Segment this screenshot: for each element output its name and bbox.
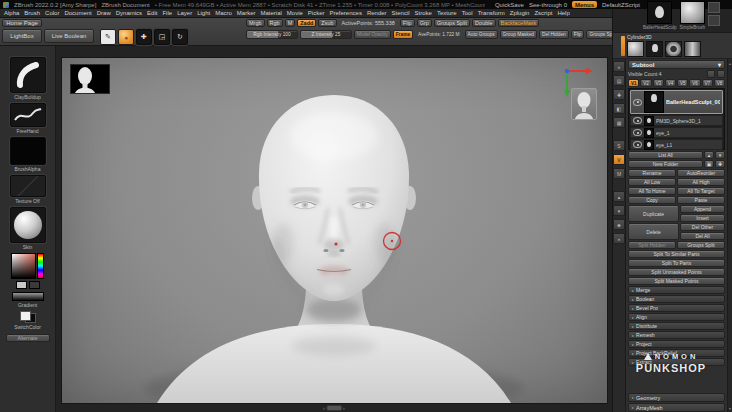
see-through-slider[interactable]: See-through 0: [529, 2, 567, 8]
subtool-header[interactable]: Subtool ▾: [628, 60, 725, 69]
version-tab[interactable]: V7: [702, 79, 713, 87]
menu-item[interactable]: Tool: [461, 10, 474, 16]
palette-section-header[interactable]: ▸ ArrayMesh: [628, 403, 725, 412]
strip-spacer[interactable]: [614, 182, 624, 188]
menu-item[interactable]: Alpha: [3, 10, 20, 16]
version-tab[interactable]: V4: [665, 79, 676, 87]
subtool-item[interactable]: eye_L1: [630, 139, 723, 150]
split-action-button[interactable]: Split Unmasked Points: [628, 268, 725, 276]
version-tab[interactable]: V2: [640, 79, 651, 87]
visibility-eye-icon[interactable]: [633, 117, 642, 124]
ave-points-readout[interactable]: AvePoints: 1.722 M: [415, 30, 463, 39]
visibility-eye-icon[interactable]: [633, 129, 642, 136]
zsub-button[interactable]: Zsub: [318, 19, 336, 27]
menu-item[interactable]: Marker: [236, 10, 257, 16]
split-action-button[interactable]: Split To Parts: [628, 259, 725, 267]
grid-icon[interactable]: ▦: [613, 117, 625, 128]
edge-down-icon[interactable]: ▾: [729, 406, 731, 411]
subtool-action-button[interactable]: Rename: [628, 169, 676, 177]
recent-tool-thumb[interactable]: [708, 15, 720, 26]
material-thumbnail[interactable]: [10, 207, 46, 243]
menu-item[interactable]: Brush: [23, 10, 41, 16]
scroll-right-icon[interactable]: ›: [343, 405, 345, 411]
tray-edge-scrollbar[interactable]: ▴ ▾: [727, 59, 732, 412]
menu-item[interactable]: Light: [196, 10, 211, 16]
subpalette-header[interactable]: ▸ Boolean: [628, 295, 725, 303]
sculpt-head-model[interactable]: [62, 58, 607, 403]
version-tab[interactable]: V5: [677, 79, 688, 87]
switch-color-icon[interactable]: [20, 311, 36, 323]
tool-preview-thumbnail[interactable]: [571, 88, 597, 120]
texture-thumbnail[interactable]: [10, 175, 46, 197]
strip-spacer[interactable]: [614, 131, 624, 137]
split-action-button[interactable]: Split Masked Points: [628, 277, 725, 285]
menu-item[interactable]: Layer: [176, 10, 193, 16]
menu-item[interactable]: Draw: [96, 10, 112, 16]
add-subtool-button[interactable]: ✚: [715, 160, 725, 168]
mask-icon[interactable]: M: [613, 168, 625, 179]
z-intensity-slider[interactable]: Z Intensity 25: [300, 30, 352, 39]
color-sv-area[interactable]: [11, 253, 36, 279]
rotate-icon[interactable]: ↻: [172, 29, 188, 45]
scale-icon[interactable]: ◲: [154, 29, 170, 45]
material-icon[interactable]: ◈: [613, 219, 625, 230]
del-other-button[interactable]: Del Other: [680, 223, 725, 231]
canvas-scrollbar[interactable]: ‹ ›: [323, 405, 344, 411]
menu-item[interactable]: Picker: [307, 10, 326, 16]
version-tab[interactable]: V3: [653, 79, 664, 87]
alpha-thumbnail[interactable]: [10, 137, 46, 165]
flip-row2-button[interactable]: Flip: [571, 30, 585, 39]
subtool-action-button[interactable]: Copy: [628, 196, 676, 204]
menu-item[interactable]: Transform: [477, 10, 506, 16]
default-zscript-button[interactable]: DefaultZScript: [602, 2, 640, 8]
tool-thumb-sphere[interactable]: [627, 41, 644, 57]
move-gizmo-icon[interactable]: ✚: [613, 89, 625, 100]
group-masked-button[interactable]: Group Masked: [500, 30, 537, 39]
subpalette-header[interactable]: ▸ Extract: [628, 358, 725, 366]
list-icon[interactable]: ▤: [613, 75, 625, 86]
subpalette-header[interactable]: ▸ Project: [628, 340, 725, 348]
lightbox-button[interactable]: LightBox: [2, 29, 42, 43]
menu-item[interactable]: Zscript: [533, 10, 553, 16]
delete-button[interactable]: Delete: [628, 223, 679, 240]
texture-selector[interactable]: Texture Off: [10, 175, 46, 204]
tool-thumb-cylinder[interactable]: [684, 41, 701, 57]
stroke-thumbnail[interactable]: [10, 103, 46, 127]
split-hidden-button[interactable]: Split Hidden: [628, 241, 676, 249]
list-all-button[interactable]: List All: [628, 151, 703, 159]
visibility-icon[interactable]: V: [613, 154, 625, 165]
smooth-icon[interactable]: S: [613, 140, 625, 151]
mrgb-button[interactable]: Mrgb: [246, 19, 265, 27]
menu-item[interactable]: Dynamics: [115, 10, 143, 16]
append-button[interactable]: Append: [680, 205, 725, 213]
scroll-down-icon[interactable]: ▾: [613, 205, 625, 216]
alpha-selector[interactable]: BrushAlpha: [10, 137, 46, 172]
zadd-button[interactable]: Zadd: [297, 19, 316, 27]
gradient-swatch[interactable]: [12, 292, 44, 301]
version-tab[interactable]: V1: [628, 79, 639, 87]
active-points-readout[interactable]: ActivePoints: 555.338: [339, 19, 398, 27]
double-button[interactable]: Double: [472, 19, 495, 27]
live-boolean-button[interactable]: Live Boolean: [44, 29, 94, 43]
collapse-tray-icon[interactable]: «: [613, 61, 625, 72]
current-tool-preview[interactable]: BallerHeadSculp: [643, 1, 677, 30]
subtool-action-button[interactable]: All High: [677, 178, 725, 186]
version-tab[interactable]: V8: [714, 79, 725, 87]
auto-groups-button[interactable]: Auto Groups: [465, 30, 498, 39]
split-action-button[interactable]: Split To Similar Parts: [628, 250, 725, 258]
subpalette-header[interactable]: ▸ Bevel Pro: [628, 304, 725, 312]
rgb-button[interactable]: Rgb: [267, 19, 283, 27]
version-tab[interactable]: V6: [689, 79, 700, 87]
subpalette-header[interactable]: ▸ Align: [628, 313, 725, 321]
menu-item[interactable]: Document: [63, 10, 92, 16]
subtool-action-button[interactable]: All To Target: [677, 187, 725, 195]
scroll-left-icon[interactable]: ‹: [323, 405, 325, 411]
quicksave-button[interactable]: QuickSave: [495, 2, 524, 8]
subpalette-header[interactable]: ▸ Project BackRelief: [628, 349, 725, 357]
move-down-button[interactable]: ▾: [715, 151, 725, 159]
menu-item[interactable]: Macro: [214, 10, 233, 16]
menu-item[interactable]: Edit: [146, 10, 158, 16]
color-hue-strip[interactable]: [37, 253, 44, 279]
subpalette-header[interactable]: ▸ Remesh: [628, 331, 725, 339]
backface-mask-button[interactable]: BackfaceMask: [498, 19, 540, 27]
